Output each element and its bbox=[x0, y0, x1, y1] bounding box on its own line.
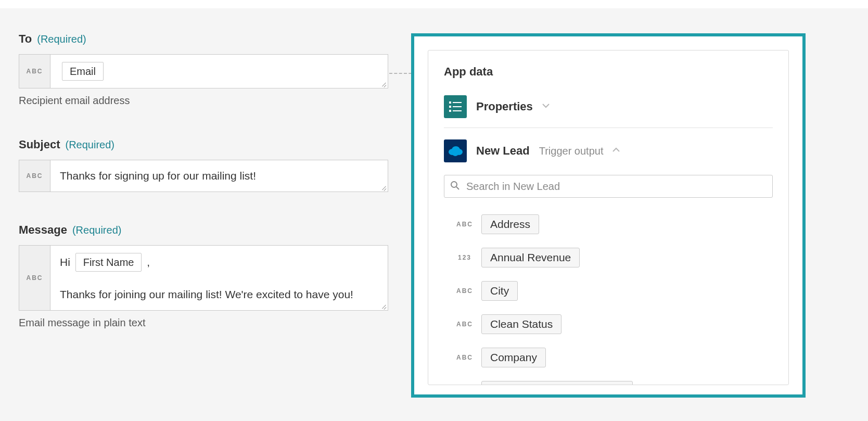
search-input[interactable] bbox=[444, 175, 773, 198]
search-row bbox=[444, 175, 773, 198]
result-company-duns[interactable]: ABC Company D-U-N-S Number bbox=[444, 377, 773, 385]
result-pill: Clean Status bbox=[481, 314, 561, 334]
abc-type-icon: ABC bbox=[455, 321, 474, 328]
message-label: Message bbox=[19, 223, 67, 237]
salesforce-icon bbox=[444, 139, 467, 162]
svg-point-9 bbox=[452, 151, 458, 156]
abc-type-icon: ABC bbox=[19, 55, 50, 88]
subject-required: (Required) bbox=[65, 139, 114, 151]
search-icon bbox=[450, 181, 459, 192]
message-pill-firstname[interactable]: First Name bbox=[75, 253, 142, 272]
result-city[interactable]: ABC City bbox=[444, 277, 773, 310]
abc-type-icon: ABC bbox=[19, 246, 50, 310]
result-company[interactable]: ABC Company bbox=[444, 343, 773, 377]
top-whitespace bbox=[0, 0, 868, 8]
message-input[interactable]: ABC Hi First Name , Thanks for joining o… bbox=[19, 245, 388, 311]
message-line-2: Thanks for joining our mailing list! We'… bbox=[60, 286, 378, 303]
abc-type-icon: ABC bbox=[455, 287, 474, 295]
resize-handle-icon[interactable] bbox=[379, 302, 387, 309]
list-icon bbox=[444, 95, 467, 118]
result-pill: Address bbox=[481, 214, 539, 234]
svg-rect-1 bbox=[453, 102, 462, 103]
svg-point-10 bbox=[451, 182, 457, 187]
new-lead-label: New Lead bbox=[476, 144, 530, 158]
subject-input[interactable]: ABC Thanks for signing up for our mailin… bbox=[19, 160, 388, 192]
subject-value: Thanks for signing up for our mailing li… bbox=[60, 170, 256, 182]
result-pill: Annual Revenue bbox=[481, 248, 580, 267]
app-data-panel: App data Properties bbox=[411, 33, 806, 398]
result-clean-status[interactable]: ABC Clean Status bbox=[444, 310, 773, 343]
panel-title: App data bbox=[444, 65, 773, 79]
section-properties[interactable]: Properties bbox=[444, 92, 773, 128]
svg-rect-4 bbox=[449, 110, 451, 112]
message-line-1: Hi First Name , bbox=[60, 253, 378, 272]
abc-type-icon: ABC bbox=[455, 354, 474, 361]
result-pill: Company bbox=[481, 348, 546, 367]
subject-label: Subject bbox=[19, 138, 60, 151]
section-new-lead[interactable]: New Lead Trigger output bbox=[444, 136, 773, 172]
chevron-down-icon bbox=[542, 103, 550, 110]
field-to: To (Required) ABC Email Recipient email … bbox=[19, 32, 393, 107]
message-helper: Email message in plain text bbox=[19, 317, 393, 329]
result-address[interactable]: ABC Address bbox=[444, 210, 773, 244]
number-type-icon: 123 bbox=[455, 254, 474, 261]
resize-handle-icon[interactable] bbox=[379, 183, 387, 190]
field-message: Message (Required) ABC Hi First Name , T… bbox=[19, 223, 393, 329]
result-pill: Company D-U-N-S Number bbox=[481, 381, 633, 385]
result-pill: City bbox=[481, 281, 518, 301]
to-helper: Recipient email address bbox=[19, 95, 393, 107]
chevron-up-icon bbox=[612, 147, 620, 155]
new-lead-sub: Trigger output bbox=[539, 145, 604, 157]
svg-rect-2 bbox=[449, 106, 451, 108]
svg-rect-3 bbox=[453, 106, 462, 107]
svg-rect-0 bbox=[449, 101, 451, 104]
email-form: To (Required) ABC Email Recipient email … bbox=[19, 32, 393, 329]
to-label: To bbox=[19, 32, 32, 46]
field-subject: Subject (Required) ABC Thanks for signin… bbox=[19, 138, 393, 192]
resize-handle-icon[interactable] bbox=[379, 80, 387, 87]
to-required: (Required) bbox=[37, 33, 86, 45]
message-required: (Required) bbox=[72, 224, 121, 236]
results-list: ABC Address 123 Annual Revenue ABC City … bbox=[444, 210, 773, 385]
abc-type-icon: ABC bbox=[19, 160, 50, 192]
result-annual-revenue[interactable]: 123 Annual Revenue bbox=[444, 244, 773, 277]
to-input[interactable]: ABC Email bbox=[19, 54, 388, 88]
properties-label: Properties bbox=[476, 100, 533, 113]
abc-type-icon: ABC bbox=[455, 221, 474, 228]
to-value-pill[interactable]: Email bbox=[62, 62, 104, 81]
svg-rect-5 bbox=[453, 110, 462, 111]
svg-line-11 bbox=[456, 187, 459, 189]
